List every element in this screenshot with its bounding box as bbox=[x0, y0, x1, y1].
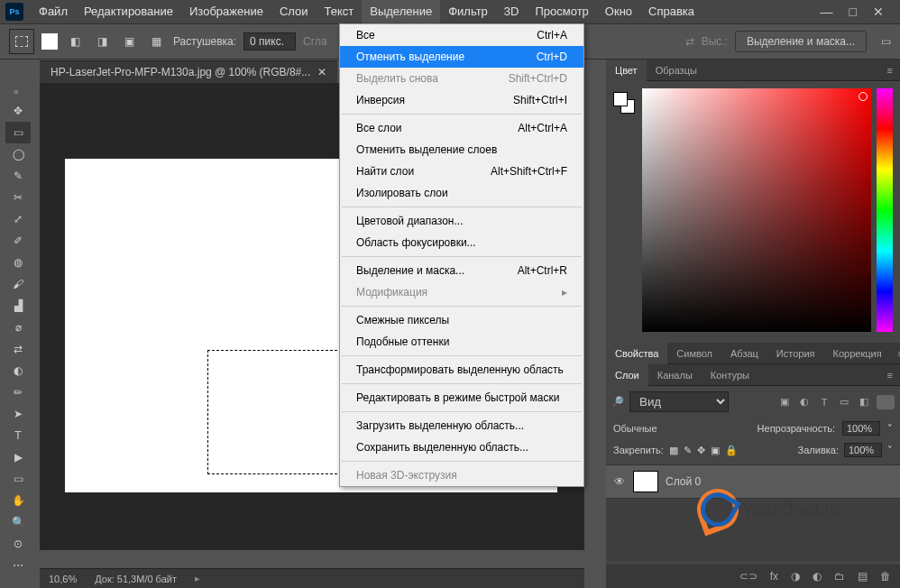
layer-fx-icon[interactable]: fx bbox=[770, 570, 778, 583]
menu-item[interactable]: ИнверсияShift+Ctrl+I bbox=[340, 89, 583, 111]
filter-toggle[interactable] bbox=[877, 395, 895, 409]
lock-pixels-icon[interactable]: ✎ bbox=[684, 445, 692, 456]
tool-6[interactable]: ✐ bbox=[5, 230, 31, 252]
tool-9[interactable]: ▟ bbox=[5, 295, 31, 317]
tab-paths[interactable]: Контуры bbox=[702, 364, 758, 386]
tool-4[interactable]: ✂ bbox=[5, 187, 31, 208]
menu-item[interactable]: ВсеCtrl+A bbox=[340, 24, 583, 46]
swap-arrows-icon[interactable]: ⇄ bbox=[685, 35, 694, 48]
document-tab[interactable]: HP-LaserJet-Pro-MFP-M130a.jpg @ 100% (RG… bbox=[40, 60, 337, 83]
visibility-icon[interactable]: 👁 bbox=[613, 475, 626, 488]
layer-name[interactable]: Слой 0 bbox=[666, 475, 701, 488]
tool-11[interactable]: ⇄ bbox=[5, 338, 31, 360]
menu-item[interactable]: Все слоиAlt+Ctrl+A bbox=[340, 117, 583, 139]
tool-21[interactable]: ⋯ bbox=[5, 555, 31, 576]
tool-14[interactable]: ➤ bbox=[5, 403, 31, 425]
new-layer-icon[interactable]: ▤ bbox=[858, 570, 868, 583]
status-doc[interactable]: Док: 51,3M/0 байт bbox=[95, 574, 177, 584]
tool-10[interactable]: ⌀ bbox=[5, 317, 31, 338]
menu-слои[interactable]: Слои bbox=[271, 0, 317, 23]
tab-adjustments[interactable]: Коррекция bbox=[824, 343, 891, 364]
selection-add-icon[interactable]: ◨ bbox=[92, 32, 112, 51]
menu-выделение[interactable]: Выделение bbox=[362, 0, 440, 23]
group-icon[interactable]: 🗀 bbox=[834, 570, 845, 583]
panel-menu-icon[interactable]: ≡ bbox=[891, 348, 900, 359]
filter-adjust-icon[interactable]: ◐ bbox=[797, 395, 812, 409]
menu-текст[interactable]: Текст bbox=[317, 0, 363, 23]
tool-7[interactable]: ◍ bbox=[5, 252, 31, 273]
tool-2[interactable]: ◯ bbox=[5, 143, 31, 165]
chevron-down-icon[interactable]: ˅ bbox=[887, 423, 893, 435]
menu-item[interactable]: Отменить выделение слоев bbox=[340, 139, 583, 161]
filter-shape-icon[interactable]: ▭ bbox=[837, 395, 851, 409]
opacity-input[interactable]: 100% bbox=[842, 421, 880, 436]
selection-new-icon[interactable]: ◧ bbox=[65, 32, 85, 51]
menu-фильтр[interactable]: Фильтр bbox=[440, 0, 496, 23]
filter-type-icon[interactable]: T bbox=[817, 395, 831, 409]
window-maximize[interactable]: □ bbox=[849, 5, 857, 19]
foreground-swatch[interactable] bbox=[41, 33, 58, 50]
tool-16[interactable]: ▶ bbox=[5, 446, 31, 468]
tab-properties[interactable]: Свойства bbox=[606, 343, 667, 364]
panel-menu-icon[interactable]: ≡ bbox=[880, 370, 900, 381]
menu-item[interactable]: Подобные оттенки bbox=[340, 331, 583, 353]
switch-screen-icon[interactable]: ▭ bbox=[881, 35, 891, 48]
feather-input[interactable]: 0 пикс. bbox=[243, 32, 296, 51]
tool-17[interactable]: ▭ bbox=[5, 468, 31, 490]
tab-layers[interactable]: Слои bbox=[606, 364, 648, 386]
lock-artboard-icon[interactable]: ▣ bbox=[711, 445, 720, 456]
tool-8[interactable]: 🖌 bbox=[5, 273, 31, 295]
tab-paragraph[interactable]: Абзац bbox=[721, 343, 767, 364]
tool-12[interactable]: ◐ bbox=[5, 360, 31, 381]
adjustment-layer-icon[interactable]: ◐ bbox=[813, 570, 822, 583]
tab-channels[interactable]: Каналы bbox=[648, 364, 702, 386]
lock-position-icon[interactable]: ✥ bbox=[697, 445, 705, 456]
filter-image-icon[interactable]: ▣ bbox=[777, 395, 792, 409]
tool-0[interactable]: ✥ bbox=[5, 100, 31, 122]
layer-thumbnail[interactable] bbox=[633, 471, 658, 492]
delete-layer-icon[interactable]: 🗑 bbox=[880, 570, 891, 583]
menu-файл[interactable]: Файл bbox=[31, 0, 76, 23]
fill-input[interactable]: 100% bbox=[844, 443, 882, 457]
lock-all-icon[interactable]: 🔒 bbox=[725, 445, 738, 456]
tab-swatches[interactable]: Образцы bbox=[647, 60, 706, 81]
chevron-down-icon[interactable]: ˅ bbox=[887, 445, 893, 456]
menu-item[interactable]: Изолировать слои bbox=[340, 182, 583, 204]
color-field[interactable] bbox=[642, 88, 871, 332]
menu-item[interactable]: Найти слоиAlt+Shift+Ctrl+F bbox=[340, 161, 583, 182]
status-more-icon[interactable]: ▸ bbox=[195, 573, 200, 584]
menu-изображение[interactable]: Изображение bbox=[181, 0, 271, 23]
menu-item[interactable]: Сохранить выделенную область... bbox=[340, 436, 583, 458]
toolbar-toggle[interactable]: « bbox=[14, 87, 23, 96]
menu-item[interactable]: Область фокусировки... bbox=[340, 232, 583, 253]
menu-справка[interactable]: Справка bbox=[640, 0, 703, 23]
selection-subtract-icon[interactable]: ▣ bbox=[119, 32, 139, 51]
tab-character[interactable]: Символ bbox=[667, 343, 721, 364]
selection-intersect-icon[interactable]: ▦ bbox=[146, 32, 166, 51]
status-zoom[interactable]: 10,6% bbox=[49, 574, 77, 584]
menu-окно[interactable]: Окно bbox=[597, 0, 640, 23]
menu-item[interactable]: Загрузить выделенную область... bbox=[340, 415, 583, 436]
menu-3d[interactable]: 3D bbox=[496, 0, 528, 23]
tab-color[interactable]: Цвет bbox=[606, 60, 647, 81]
tool-19[interactable]: 🔍 bbox=[5, 511, 31, 533]
tab-history[interactable]: История bbox=[767, 343, 824, 364]
window-close[interactable]: ✕ bbox=[873, 5, 884, 19]
tool-20[interactable]: ⊙ bbox=[5, 533, 31, 555]
filter-smart-icon[interactable]: ◧ bbox=[857, 395, 871, 409]
layer-mask-icon[interactable]: ◑ bbox=[791, 570, 800, 583]
tool-18[interactable]: ✋ bbox=[5, 490, 31, 511]
menu-item[interactable]: Цветовой диапазон... bbox=[340, 210, 583, 232]
hue-slider[interactable] bbox=[877, 88, 893, 332]
menu-item[interactable]: Трансформировать выделенную область bbox=[340, 359, 583, 381]
search-icon[interactable]: 🔎 bbox=[611, 396, 624, 408]
filter-kind-select[interactable]: Вид bbox=[629, 391, 729, 412]
tool-5[interactable]: ⤢ bbox=[5, 208, 31, 230]
close-tab-icon[interactable]: ✕ bbox=[317, 66, 326, 78]
tool-1[interactable]: ▭ bbox=[5, 122, 31, 143]
tool-13[interactable]: ✏ bbox=[5, 381, 31, 403]
menu-редактирование[interactable]: Редактирование bbox=[76, 0, 181, 23]
tool-15[interactable]: T bbox=[5, 425, 31, 446]
tool-3[interactable]: ✎ bbox=[5, 165, 31, 187]
menu-item[interactable]: Редактировать в режиме быстрой маски bbox=[340, 387, 583, 409]
